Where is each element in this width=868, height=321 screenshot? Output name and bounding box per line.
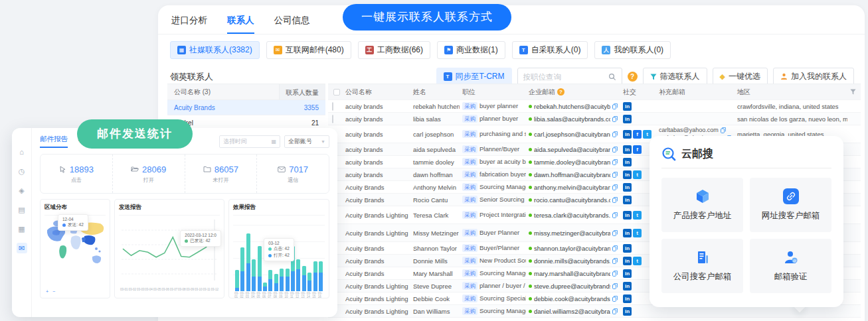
select-all-checkbox[interactable] [333, 89, 340, 96]
report-icon[interactable]: ▦ [17, 224, 27, 234]
map-zoom-controls[interactable]: + − [46, 289, 56, 294]
linkedin-icon[interactable]: in [623, 115, 632, 123]
source-tab[interactable]: 工工商数据(66) [358, 41, 430, 59]
email-info-icon[interactable]: ? [557, 88, 564, 96]
copy-icon[interactable] [612, 258, 618, 264]
linkedin-icon[interactable]: in [623, 307, 632, 316]
help-icon[interactable]: ? [628, 72, 638, 82]
x-tick-label: 03-01 [234, 292, 240, 298]
company-row[interactable]: Acuity Brands3355 [167, 100, 325, 115]
tab-联系人[interactable]: 联系人 [227, 15, 254, 34]
source-tab[interactable]: ✉互联网邮件(480) [266, 41, 351, 59]
facebook-icon[interactable]: f [633, 130, 642, 139]
copy-icon[interactable] [612, 159, 618, 165]
linkedin-icon[interactable]: in [623, 294, 632, 303]
copy-icon[interactable] [612, 296, 618, 302]
company-search-email-button[interactable]: 公司搜客户邮箱 [661, 239, 743, 293]
copy-icon[interactable] [612, 271, 618, 277]
send-icon[interactable]: ◈ [17, 185, 27, 196]
bar[interactable] [302, 266, 306, 291]
copy-icon[interactable] [721, 127, 726, 133]
region-filter-icon[interactable] [850, 89, 856, 95]
copy-icon[interactable] [612, 308, 618, 314]
row-checkbox[interactable] [332, 115, 333, 123]
copy-icon[interactable] [612, 116, 618, 122]
copy-icon[interactable] [612, 184, 618, 190]
mail-icon[interactable]: ✉ [17, 243, 27, 253]
source-tab[interactable]: T自采联系人(0) [512, 41, 588, 59]
linkedin-icon[interactable]: in [623, 257, 632, 265]
copy-icon[interactable] [612, 103, 618, 109]
linkedin-icon[interactable]: in [623, 145, 632, 154]
copy-icon[interactable] [612, 230, 618, 236]
bar[interactable] [268, 270, 272, 291]
product-search-address-button[interactable]: 产品搜客户地址 [661, 178, 743, 232]
bar[interactable] [286, 269, 290, 291]
bar-chart-title: 效果报告 [233, 204, 325, 216]
linkedin-icon[interactable]: in [623, 130, 632, 139]
send-line-chart[interactable] [119, 216, 220, 285]
linkedin-icon[interactable]: in [623, 269, 632, 278]
copy-icon[interactable] [612, 245, 618, 251]
linkedin-icon[interactable]: in [623, 102, 632, 111]
copy-icon[interactable] [612, 172, 618, 178]
bar[interactable] [258, 246, 262, 291]
linkedin-icon[interactable]: in [623, 158, 632, 166]
bar[interactable] [280, 269, 284, 291]
email-text: mary.marshall@acuitybrands.com [534, 270, 610, 277]
linkedin-icon[interactable]: in [623, 183, 632, 192]
cell-company: acuity brands [343, 170, 410, 179]
source-tab[interactable]: 人我的联系人(0) [594, 41, 671, 59]
stat-value-row: 18893 [59, 164, 94, 174]
linkedin-icon[interactable]: in [623, 196, 632, 204]
linkedin-icon[interactable]: in [623, 229, 632, 237]
bar[interactable] [319, 261, 323, 291]
briefcase-icon[interactable]: ▤ [17, 204, 27, 215]
position-search-input[interactable] [523, 73, 608, 81]
url-search-email-button[interactable]: 网址搜客户邮箱 [750, 178, 831, 232]
cell-company: Acuity Brands Lighting [343, 229, 410, 237]
tab-进口分析[interactable]: 进口分析 [171, 15, 207, 34]
copy-icon[interactable] [612, 131, 618, 137]
one-click-optimize-button[interactable]: ◆ 一键优选 [713, 68, 768, 86]
twitter-icon[interactable]: t [633, 211, 642, 220]
tab-mail-report[interactable]: 邮件报告 [40, 135, 68, 148]
bar[interactable] [235, 270, 239, 291]
stat-item: 28069打开 [112, 155, 185, 193]
bar-click-segment [246, 233, 250, 263]
bar[interactable] [263, 283, 267, 291]
linkedin-icon[interactable]: in [623, 211, 632, 220]
filter-contacts-button[interactable]: 筛选联系人 [643, 68, 707, 86]
copy-icon[interactable] [612, 283, 618, 289]
cell-title: 采购buyer at acuity bran [460, 157, 526, 166]
twitter-icon[interactable]: t [633, 170, 642, 179]
source-tab[interactable]: ▦社媒联系人(3382) [170, 41, 260, 59]
linkedin-icon[interactable]: in [623, 170, 632, 179]
row-checkbox[interactable] [332, 102, 333, 111]
home-icon[interactable]: ⌂ [17, 147, 27, 157]
add-to-my-contacts-button[interactable]: 加入我的联系人 [773, 68, 854, 86]
clock-icon[interactable]: ◷ [17, 166, 27, 176]
bar[interactable] [313, 261, 317, 291]
linkedin-icon[interactable]: in [623, 244, 632, 253]
sync-tcrm-button[interactable]: T 同步至T-CRM [436, 68, 512, 86]
bar[interactable] [307, 273, 311, 291]
date-range-input[interactable]: 选择时间 ▦ [219, 135, 280, 148]
bar[interactable] [274, 274, 278, 291]
bar[interactable] [246, 233, 250, 291]
account-select[interactable]: 全部账号 ▼ [284, 135, 329, 148]
bar[interactable] [252, 259, 256, 291]
bar[interactable] [240, 247, 244, 291]
search-icon[interactable] [608, 73, 616, 81]
tab-公司信息[interactable]: 公司信息 [274, 15, 310, 34]
email-verify-button[interactable]: @ 邮箱验证 [750, 239, 831, 293]
twitter-icon[interactable]: t [633, 229, 642, 237]
copy-icon[interactable] [612, 197, 618, 203]
facebook-icon[interactable]: f [633, 145, 642, 154]
bar[interactable] [296, 259, 300, 291]
copy-icon[interactable] [612, 212, 618, 218]
twitter-icon[interactable]: t [633, 257, 642, 265]
linkedin-icon[interactable]: in [623, 282, 632, 290]
source-tab[interactable]: ⚑商业数据(1) [437, 41, 505, 59]
copy-icon[interactable] [612, 147, 618, 153]
